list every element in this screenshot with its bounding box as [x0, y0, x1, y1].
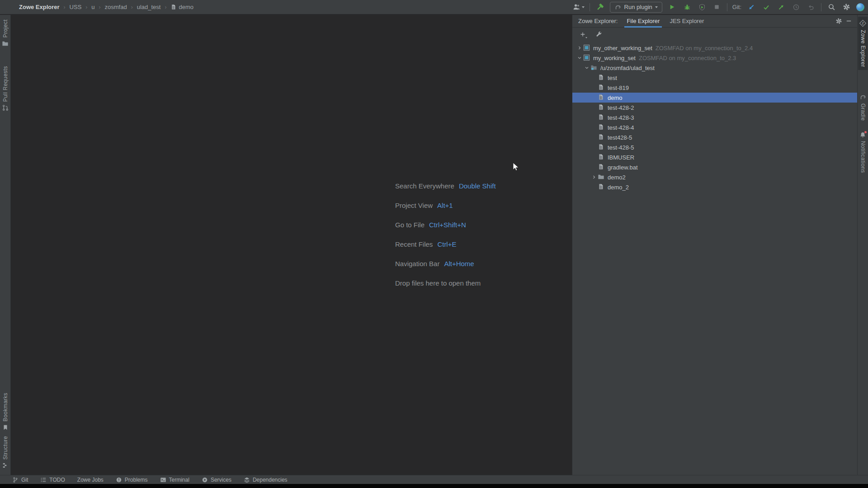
hint-row: Search Everywhere Double Shift — [395, 182, 496, 192]
toolwindow-git[interactable]: Git — [12, 477, 28, 483]
git-history-button — [791, 2, 801, 12]
clock-icon — [793, 4, 800, 11]
file-icon — [598, 154, 605, 161]
right-tool-stripe: Zowe Explorer Gradle Notifications — [857, 15, 868, 475]
run-with-coverage-button[interactable] — [697, 2, 707, 12]
toolwindow-zowe-jobs[interactable]: Zowe Jobs — [77, 477, 104, 483]
chevron-right-icon[interactable] — [590, 174, 598, 181]
ide-window: Zowe Explorer › USS › u › zosmfad › ulad… — [0, 0, 868, 488]
sidebar-item-gradle[interactable]: Gradle — [859, 91, 868, 123]
chevron-down-icon[interactable] — [583, 64, 590, 71]
chevron-down-icon[interactable] — [576, 54, 583, 61]
user-account-button[interactable] — [573, 2, 585, 12]
toolwindow-dependencies[interactable]: Dependencies — [244, 477, 288, 483]
code-with-me-avatar-icon[interactable] — [856, 3, 864, 11]
build-project-button[interactable] — [595, 2, 605, 12]
tree-item-working-set[interactable]: my_other_working_set ZOSMFAD on my_conne… — [572, 43, 857, 53]
sidebar-item-structure[interactable]: Structure — [1, 433, 9, 471]
file-icon — [598, 94, 605, 101]
file-icon — [598, 144, 605, 151]
tree-item-file[interactable]: IBMUSER — [572, 152, 857, 162]
search-everywhere-button[interactable] — [826, 2, 836, 12]
file-icon — [598, 124, 605, 131]
folder-icon — [598, 174, 605, 181]
editor-shortcut-hints: Search Everywhere Double Shift Project V… — [395, 182, 496, 299]
breadcrumb-item-file[interactable]: demo — [170, 4, 193, 10]
hammer-icon — [596, 3, 604, 11]
breadcrumb: Zowe Explorer › USS › u › zosmfad › ulad… — [0, 4, 193, 10]
tree-item-file[interactable]: demo_2 — [572, 182, 857, 192]
add-working-set-button[interactable] — [578, 30, 587, 39]
arrow-down-left-icon — [748, 4, 755, 11]
sidebar-item-bookmarks[interactable]: Bookmarks — [1, 390, 9, 433]
play-icon — [669, 4, 675, 10]
coverage-shield-icon — [698, 4, 706, 11]
git-update-button[interactable] — [746, 2, 756, 12]
run-configuration-label: Run plugin — [624, 4, 652, 10]
tree-item-folder[interactable]: demo2 — [572, 172, 857, 182]
chevron-right-icon[interactable] — [576, 44, 583, 52]
user-icon — [573, 3, 580, 11]
tool-window-bar: Git TODO Zowe Jobs Problems Terminal Ser… — [0, 475, 868, 484]
toolwindow-problems[interactable]: Problems — [116, 477, 148, 483]
tree-item-file[interactable]: test428-5 — [572, 132, 857, 142]
panel-header: Zowe Explorer: File Explorer JES Explore… — [572, 15, 857, 28]
gradle-elephant-icon — [859, 94, 867, 101]
sidebar-item-zowe-explorer[interactable]: Zowe Explorer — [858, 17, 868, 70]
breadcrumb-item[interactable]: u — [91, 4, 94, 10]
git-commit-button[interactable] — [761, 2, 771, 12]
toolbar-actions: Run plugin Git: — [573, 2, 868, 13]
tab-jes-explorer[interactable]: JES Explorer — [669, 15, 705, 28]
tree-item-file[interactable]: test — [572, 73, 857, 83]
wrench-icon — [595, 31, 602, 38]
tree-item-file[interactable]: test-819 — [572, 83, 857, 93]
toolwindow-todo[interactable]: TODO — [40, 477, 65, 483]
run-button[interactable] — [667, 2, 677, 12]
undo-icon — [807, 4, 815, 11]
sidebar-item-notifications[interactable]: Notifications — [859, 129, 867, 176]
sidebar-item-pull-requests[interactable]: Pull Requests — [1, 63, 9, 114]
breadcrumb-item[interactable]: ulad_test — [137, 4, 161, 10]
working-set-icon — [583, 54, 590, 61]
breadcrumb-item[interactable]: Zowe Explorer — [19, 4, 60, 10]
tab-file-explorer[interactable]: File Explorer — [626, 15, 660, 28]
breadcrumb-item[interactable]: zosmfad — [105, 4, 127, 10]
tree-item-uss-path[interactable]: /u/zosmfad/ulad_test — [572, 63, 857, 73]
tree-item-file[interactable]: test-428-3 — [572, 113, 857, 122]
panel-settings-button[interactable] — [834, 16, 844, 26]
breadcrumb-separator-icon: › — [85, 4, 87, 10]
bookmark-icon — [2, 424, 9, 431]
file-icon — [598, 114, 605, 121]
breadcrumb-item[interactable]: USS — [70, 4, 82, 10]
tree-item-file-selected[interactable]: demo — [572, 93, 857, 103]
dependencies-icon — [244, 477, 250, 483]
hint-row: Project View Alt+1 — [395, 202, 496, 211]
top-bar: Zowe Explorer › USS › u › zosmfad › ulad… — [0, 0, 868, 14]
bug-icon — [684, 4, 691, 11]
toolwindow-terminal[interactable]: Terminal — [160, 477, 189, 483]
file-icon — [598, 183, 605, 191]
tree-item-file[interactable]: test-428-2 — [572, 103, 857, 113]
working-set-icon — [583, 44, 590, 52]
file-icon — [598, 164, 605, 171]
bottom-black-strip — [0, 484, 868, 488]
zowe-explorer-panel: Zowe Explorer: File Explorer JES Explore… — [572, 15, 857, 475]
sidebar-item-project[interactable]: Project — [1, 17, 9, 50]
tree-item-file[interactable]: test-428-5 — [572, 142, 857, 152]
tree-item-file[interactable]: test-428-4 — [572, 122, 857, 132]
run-configuration-select[interactable]: Run plugin — [610, 2, 662, 13]
debug-button[interactable] — [682, 2, 692, 12]
panel-hide-button[interactable] — [844, 16, 854, 26]
toolwindow-services[interactable]: Services — [202, 477, 231, 483]
edit-working-sets-button[interactable] — [594, 30, 603, 39]
tree-item-working-set[interactable]: my_working_set ZOSMFAD on my_connection_… — [572, 53, 857, 63]
chevron-down-icon — [582, 6, 585, 8]
todo-list-icon — [40, 477, 47, 483]
settings-button[interactable] — [841, 2, 851, 12]
search-icon — [828, 3, 835, 11]
git-push-button[interactable] — [776, 2, 786, 12]
zowe-diamond-icon — [859, 19, 867, 27]
chevron-down-icon — [655, 6, 658, 8]
hint-row: Recent Files Ctrl+E — [395, 240, 496, 250]
tree-item-file[interactable]: gradlew.bat — [572, 162, 857, 172]
